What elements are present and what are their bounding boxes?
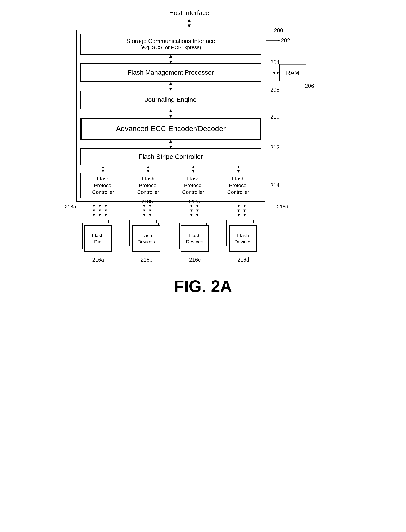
ref-218d: 218d (277, 204, 288, 210)
arrow-2: ▲ ▼ (80, 82, 261, 91)
ref-212: 212 (270, 144, 280, 151)
flash-group-216a: FlashDie 216a (76, 219, 120, 263)
ref-208: 208 (270, 87, 280, 93)
arrow-3: ▲ ▼ (80, 109, 261, 118)
ecc-section: Advanced ECC Encoder/Decoder 210 (80, 118, 261, 140)
ref-218c: 218c (189, 199, 200, 205)
fpc-section: FlashProtocolController FlashProtocolCon… (80, 173, 261, 198)
ref-206: 206 (305, 83, 314, 89)
journaling-section: Journaling Engine 208 (80, 91, 261, 109)
flash-ref-216a: 216a (92, 257, 104, 263)
flash-ref-216b: 216b (141, 257, 152, 263)
fmp-ram-arrow: ◄► (272, 70, 280, 75)
figure-label: FIG. 2A (76, 277, 330, 296)
ref-218b: 218b (141, 199, 153, 205)
fsc-section: Flash Stripe Controller 212 (80, 148, 261, 165)
ref-202: 202 (266, 37, 290, 44)
flash-mgmt-block: Flash Management Processor (80, 63, 261, 82)
svg-marker-1 (278, 39, 280, 42)
fpc-box-4: FlashProtocolController (216, 173, 261, 198)
flash-card-b1: FlashDevices (132, 226, 160, 252)
flash-ref-216c: 216c (189, 257, 201, 263)
flash-card-a1: FlashDie (84, 226, 112, 252)
host-arrows: ▲ ▼ (62, 17, 316, 29)
ref-204: 204 (270, 59, 280, 66)
fpc-label-1: FlashProtocolController (92, 176, 114, 195)
storage-comm-line2: (e.g. SCSI or PCI-Express) (84, 44, 258, 51)
flash-group-216d: FlashDevices 216d (221, 219, 265, 263)
flash-group-216c: FlashDevices 216c (173, 219, 217, 263)
host-interface-label: Host Interface (62, 9, 316, 17)
storage-comm-block: Storage Communications Interface (e.g. S… (80, 34, 261, 55)
arrow-4: ▲ ▼ (80, 140, 261, 148)
flash-stripe-block: Flash Stripe Controller (80, 148, 261, 165)
fmp-section: Flash Management Processor 204 RAM 206 ◄… (80, 63, 261, 82)
fpc-box-3: FlashProtocolController (171, 173, 216, 198)
ecc-block: Advanced ECC Encoder/Decoder (80, 118, 261, 140)
journaling-block: Journaling Engine (80, 91, 261, 109)
fpc-row: FlashProtocolController FlashProtocolCon… (80, 173, 261, 198)
flash-card-c1: FlashDevices (181, 226, 209, 252)
arrow-1: ▲ ▼ (80, 55, 261, 63)
ref-218a: 218a (65, 204, 76, 210)
fpc-box-2: FlashProtocolController (126, 173, 171, 198)
ram-box: RAM (280, 64, 306, 81)
fpc-label-4: FlashProtocolController (227, 176, 249, 195)
ref-218-row: 218a ▼▼▼ ▼▼▼ ▼▼▼ 218b ▼▼▼ (76, 204, 265, 217)
fpc-label-2: FlashProtocolController (137, 176, 159, 195)
flash-group-216b: FlashDevices 216b (125, 219, 168, 263)
fpc-label-3: FlashProtocolController (182, 176, 204, 195)
fpc-box-1: FlashProtocolController (80, 173, 126, 198)
flash-ref-216d: 216d (237, 257, 249, 263)
storage-comm-line1: Storage Communications Interface (84, 38, 258, 44)
flash-groups-row: FlashDie 216a FlashDevices 216b FlashDev… (76, 219, 265, 263)
ref-200: 200 (274, 27, 283, 34)
ref-210: 210 (270, 114, 280, 120)
ref-214: 214 (270, 182, 280, 189)
fsc-to-fpc-arrows: ▲▼ ▲▼ ▲▼ ▲▼ (80, 166, 261, 173)
outer-box: 200 202 Storage Communications Interface… (76, 30, 265, 202)
flash-card-d1: FlashDevices (229, 226, 257, 252)
